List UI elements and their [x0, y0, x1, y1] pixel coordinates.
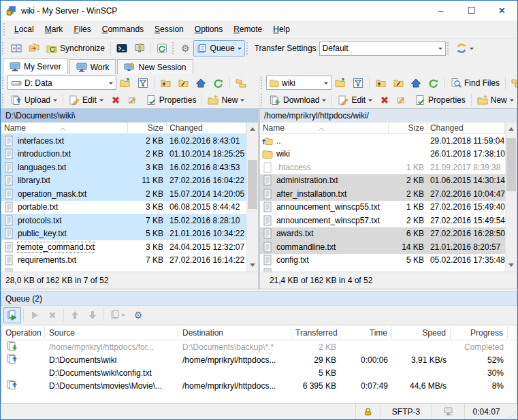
- menu-item[interactable]: Session: [149, 22, 189, 37]
- tab-new-session[interactable]: New Session: [117, 59, 193, 74]
- synchronize-button[interactable]: Synchronize: [43, 40, 108, 56]
- toolbar-grip[interactable]: [261, 94, 264, 106]
- rename-button[interactable]: [125, 92, 142, 108]
- queue-column-destination[interactable]: Destination: [178, 327, 291, 339]
- toolbar-grip[interactable]: [172, 42, 176, 54]
- home-directory-button[interactable]: [407, 75, 425, 91]
- file-row[interactable]: config.txt 5 KB 05.02.2016 17:35:48: [260, 254, 505, 268]
- menu-item[interactable]: Remote: [228, 22, 268, 37]
- queue-resume-button[interactable]: [26, 307, 44, 323]
- transfer-settings-combobox[interactable]: Default: [319, 42, 446, 56]
- scroll-down-arrow-icon[interactable]: [247, 260, 258, 272]
- transfer-options-button[interactable]: [453, 40, 477, 56]
- remote-scrollbar[interactable]: [505, 123, 517, 272]
- local-scrollbar[interactable]: [246, 123, 258, 272]
- tab-work[interactable]: Work: [69, 59, 116, 74]
- filter-button[interactable]: [134, 75, 152, 91]
- open-console-button[interactable]: [113, 40, 131, 56]
- column-changed[interactable]: Changed: [427, 123, 505, 133]
- file-row[interactable]: requirements.txt 7 KB 27.02.2016 16:14:2…: [1, 254, 246, 268]
- open-directory-button[interactable]: [331, 75, 349, 91]
- preferences-button[interactable]: ⚙: [178, 40, 193, 56]
- scroll-down-arrow-icon[interactable]: [506, 260, 517, 272]
- toolbar-grip[interactable]: [246, 42, 250, 54]
- directory-tree-button[interactable]: [232, 75, 250, 91]
- file-row[interactable]: library.txt 11 KB 27.02.2016 16:04:22: [1, 174, 246, 188]
- queue-column-transferred[interactable]: Transferred: [291, 327, 340, 339]
- refresh-directory-button[interactable]: [210, 75, 227, 91]
- new-button[interactable]: New: [204, 92, 248, 108]
- file-row[interactable]: introduction.txt 2 KB 01.10.2014 18:25:2…: [1, 148, 246, 161]
- queue-column-speed[interactable]: Speed: [392, 327, 451, 339]
- queue-column-progress[interactable]: Progress: [451, 327, 508, 339]
- toolbar-grip[interactable]: [2, 77, 5, 89]
- menu-item[interactable]: Mark: [39, 22, 69, 37]
- close-button[interactable]: ✕: [487, 1, 517, 20]
- home-directory-button[interactable]: [192, 75, 210, 91]
- properties-button[interactable]: Properties: [411, 92, 469, 108]
- new-button[interactable]: New: [474, 92, 517, 108]
- column-changed[interactable]: Changed: [167, 123, 246, 133]
- maximize-button[interactable]: ☐: [456, 1, 487, 20]
- encryption-status[interactable]: [355, 404, 380, 419]
- queue-move-down-button[interactable]: [84, 307, 101, 323]
- file-row[interactable]: after_installation.txt 2 KB 27.02.2016 1…: [260, 187, 505, 201]
- file-row[interactable]: [260, 267, 505, 272]
- file-row[interactable]: commandline.txt 14 KB 21.01.2016 8:20:57: [260, 240, 505, 254]
- download-button[interactable]: Download: [266, 92, 329, 108]
- column-size[interactable]: Size: [389, 123, 427, 133]
- edit-button[interactable]: Edit: [65, 92, 107, 108]
- queue-row[interactable]: D:\Documents\wiki /home/mprikryl/httpdoc…: [1, 353, 517, 366]
- refresh-directory-button[interactable]: [425, 75, 442, 91]
- minimize-button[interactable]: –: [425, 1, 456, 20]
- rename-button[interactable]: [393, 92, 411, 108]
- file-row[interactable]: [1, 267, 246, 272]
- menu-item[interactable]: Help: [268, 22, 295, 37]
- file-row[interactable]: portable.txt 3 KB 06.08.2015 8:44:42: [1, 201, 246, 214]
- menu-item[interactable]: Files: [68, 22, 96, 37]
- parent-directory-button[interactable]: [372, 75, 389, 91]
- queue-column-time[interactable]: Time: [340, 327, 392, 339]
- toolbar-grip[interactable]: [261, 77, 264, 89]
- scroll-up-arrow-icon[interactable]: [506, 123, 517, 134]
- find-files-button[interactable]: Find Files: [447, 75, 503, 91]
- toolbar-grip[interactable]: [2, 42, 5, 54]
- root-directory-button[interactable]: [174, 75, 192, 91]
- queue-row[interactable]: D:\Documents\movies\Movie\... /home/mpri…: [1, 379, 517, 392]
- remote-path-header[interactable]: /home/mprikryl/httpdocs/wiki/: [260, 109, 517, 123]
- file-row[interactable]: announcement_winscp57.txt 2 KB 27.02.201…: [260, 214, 505, 227]
- file-row[interactable]: protocols.txt 7 KB 15.02.2016 8:28:10: [1, 214, 246, 227]
- scrollbar-thumb[interactable]: [506, 138, 516, 191]
- queue-delete-button[interactable]: [44, 307, 61, 323]
- scrollbar-thumb[interactable]: [248, 160, 257, 209]
- file-row[interactable]: operation_mask.txt 2 KB 15.07.2014 14:20…: [1, 187, 246, 201]
- queue-column-source[interactable]: Source: [45, 327, 178, 339]
- menu-item[interactable]: Local: [9, 22, 39, 37]
- compare-directories-button[interactable]: [7, 40, 25, 56]
- file-row[interactable]: announcement_winscp55.txt 1 KB 27.02.201…: [260, 201, 505, 214]
- toolbar-grip[interactable]: [2, 94, 5, 106]
- column-size[interactable]: Size: [128, 123, 167, 133]
- file-row[interactable]: interfaces.txt 2 KB 16.02.2016 8:43:01: [1, 134, 246, 148]
- resize-grip[interactable]: ⋰: [508, 404, 517, 419]
- properties-button[interactable]: Properties: [142, 92, 200, 108]
- scroll-up-arrow-icon[interactable]: [247, 123, 258, 134]
- file-row[interactable]: public_key.txt 5 KB 21.01.2016 10:34:22: [1, 227, 246, 241]
- queue-row[interactable]: D:\Documents\wiki\config.txt 5 KB 30%: [1, 366, 517, 379]
- file-row[interactable]: wiki 26.01.2018 17:38:10: [260, 148, 505, 161]
- file-row[interactable]: languages.txt 3 KB 16.02.2016 8:43:53: [1, 161, 246, 174]
- queue-row[interactable]: /home/mprikryl/httpdocs/for... D:\Docume…: [1, 340, 517, 353]
- filter-button[interactable]: [349, 75, 367, 91]
- file-row[interactable]: remote_command.txt 3 KB 24.04.2015 12:32…: [1, 240, 246, 254]
- delete-button[interactable]: [107, 92, 125, 108]
- parent-directory-button[interactable]: [157, 75, 174, 91]
- file-row[interactable]: .. 29.01.2018 11:59:04: [260, 134, 505, 148]
- protocol-status[interactable]: SFTP-3: [380, 404, 432, 419]
- drive-combobox[interactable]: D: Data: [7, 76, 116, 90]
- menu-item[interactable]: Commands: [97, 22, 149, 37]
- upload-button[interactable]: Upload: [7, 92, 61, 108]
- refresh-session-button[interactable]: [153, 40, 171, 56]
- toolbar-grip[interactable]: [3, 23, 7, 35]
- queue-column-operation[interactable]: Operation: [1, 327, 45, 339]
- edit-button[interactable]: Edit: [334, 92, 376, 108]
